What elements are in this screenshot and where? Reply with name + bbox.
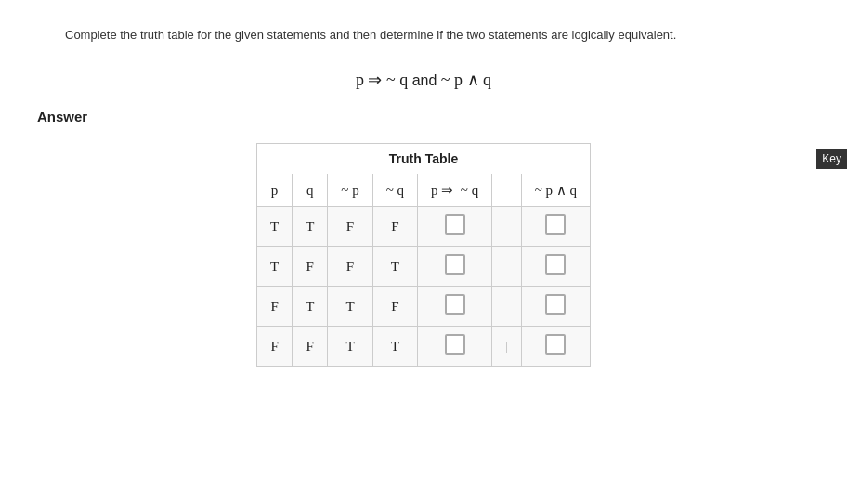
checkbox-and-1[interactable] xyxy=(545,214,566,235)
formula-part2: ~ p ∧ q xyxy=(441,71,491,89)
checkbox-implies-3[interactable] xyxy=(445,294,465,315)
separator-1 xyxy=(492,207,521,247)
cell-q-4: F xyxy=(293,327,328,367)
cell-implies-4 xyxy=(418,327,492,367)
cell-p-4: F xyxy=(257,327,293,367)
checkbox-implies-4[interactable] xyxy=(445,334,465,355)
instructions-text: Complete the truth table for the given s… xyxy=(28,19,819,51)
col-header-sep xyxy=(492,174,521,207)
col-header-implies: p ⇒ ~ q xyxy=(418,174,492,207)
formula-display: p ⇒ ~ q and ~ p ∧ q xyxy=(28,70,819,90)
cell-q-1: T xyxy=(293,207,328,247)
cell-negp-2: F xyxy=(328,247,372,287)
cell-negq-3: F xyxy=(372,287,417,327)
col-header-neg-p: ~ p xyxy=(328,174,372,207)
table-row: F F T T | xyxy=(257,327,591,367)
cell-and-3 xyxy=(521,287,590,327)
table-header-row: p q ~ p ~ q p ⇒ ~ q ~ p ∧ q xyxy=(257,174,591,207)
checkbox-implies-1[interactable] xyxy=(445,214,465,235)
cell-implies-1 xyxy=(418,207,492,247)
cell-q-3: T xyxy=(293,287,328,327)
cell-p-2: T xyxy=(257,247,293,287)
cell-negq-4: T xyxy=(372,327,417,367)
col-header-and: ~ p ∧ q xyxy=(521,174,590,207)
col-header-neg-q: ~ q xyxy=(372,174,417,207)
checkbox-implies-2[interactable] xyxy=(445,254,465,275)
separator-2 xyxy=(492,247,521,287)
cell-and-2 xyxy=(521,247,590,287)
table-title: Truth Table xyxy=(257,144,591,174)
formula-connector: and xyxy=(412,72,441,88)
table-row: T F F T xyxy=(257,247,591,287)
cell-p-1: T xyxy=(257,207,293,247)
separator-4: | xyxy=(492,327,521,367)
col-header-q: q xyxy=(293,174,328,207)
table-title-row: Truth Table xyxy=(257,144,591,174)
cell-and-1 xyxy=(521,207,590,247)
cell-negq-2: T xyxy=(372,247,417,287)
table-row: T T F F xyxy=(257,207,591,247)
answer-label: Answer xyxy=(28,109,819,124)
truth-table: Truth Table p q ~ p ~ q p ⇒ ~ q ~ p ∧ q … xyxy=(256,143,591,367)
key-button[interactable]: Key xyxy=(816,149,847,169)
cell-negp-3: T xyxy=(328,287,372,327)
cell-q-2: F xyxy=(293,247,328,287)
checkbox-and-2[interactable] xyxy=(545,254,566,275)
checkbox-and-4[interactable] xyxy=(545,334,566,355)
col-header-p: p xyxy=(257,174,293,207)
checkbox-and-3[interactable] xyxy=(545,294,566,315)
cell-negq-1: F xyxy=(372,207,417,247)
formula-part1: p ⇒ ~ q xyxy=(356,71,408,89)
cell-p-3: F xyxy=(257,287,293,327)
separator-3 xyxy=(492,287,521,327)
cell-and-4 xyxy=(521,327,590,367)
page: Complete the truth table for the given s… xyxy=(0,0,847,504)
cell-negp-4: T xyxy=(328,327,372,367)
cell-implies-2 xyxy=(418,247,492,287)
table-row: F T T F xyxy=(257,287,591,327)
cell-implies-3 xyxy=(418,287,492,327)
cell-negp-1: F xyxy=(328,207,372,247)
table-container: Truth Table p q ~ p ~ q p ⇒ ~ q ~ p ∧ q … xyxy=(28,143,819,367)
